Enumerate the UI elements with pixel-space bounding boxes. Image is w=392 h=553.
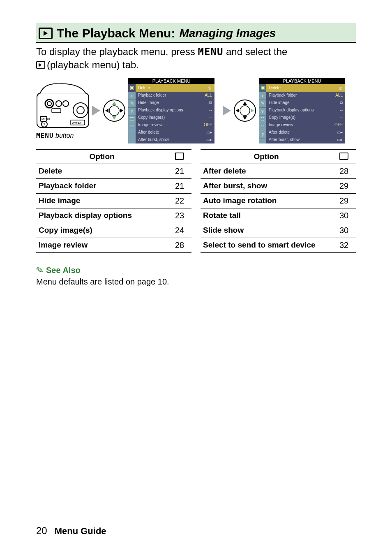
list-item: Image reviewOFF [136, 121, 214, 129]
table-row: Hide image22 [36, 193, 191, 208]
arrow-right-icon [92, 106, 100, 116]
page-number: 20 [36, 525, 47, 537]
list-item: Playback display options-- [136, 106, 214, 114]
svg-point-15 [109, 106, 119, 116]
table-row: After burst, show29 [201, 178, 356, 193]
section-title: Menu Guide [55, 526, 106, 537]
see-also-body: Menu defaults are listed on page 10. [36, 276, 356, 287]
svg-point-2 [77, 106, 84, 114]
svg-point-21 [240, 106, 250, 116]
list-item: Playback folderALL [266, 92, 345, 99]
table-row: Playback folder21 [36, 178, 191, 193]
tab-icon: • [259, 92, 266, 100]
screen-title: PLAYBACK MENU [259, 78, 345, 84]
list-item: Delete🗑 [136, 84, 214, 92]
menu-glyph: MENU [198, 46, 224, 58]
tab-icon: ▣ [128, 84, 136, 92]
intro-part2: and select the [223, 46, 287, 57]
screen-tabs: ▣ • ✎ Y ☷ ☷ [128, 84, 136, 143]
table-row: Delete21 [36, 164, 191, 178]
tab-icon: Y [259, 108, 266, 116]
list-item: After delete▭▸ [136, 129, 214, 136]
tab-icon: ▣ [259, 84, 266, 92]
list-item: After burst, show▭▸ [136, 136, 214, 143]
col-page [332, 149, 356, 164]
list-item: Image reviewOFF [266, 121, 345, 129]
table-row: Auto image rotation29 [201, 193, 356, 208]
table-row: Playback display options23 [36, 208, 191, 223]
tab-icon: ☷ [128, 123, 136, 131]
svg-point-5 [56, 101, 62, 106]
playback-icon [36, 61, 45, 69]
options-table-left: Option Delete21 Playback folder21 Hide i… [36, 149, 191, 253]
list-item: Delete🗑 [266, 84, 345, 92]
tab-icon: ? [259, 131, 266, 139]
col-option: Option [36, 149, 168, 164]
menu-button-label: MENU button [36, 132, 74, 139]
page-footer: 20 Menu Guide [36, 525, 106, 537]
tab-icon: ☷ [259, 123, 266, 131]
heading-bar: The Playback Menu: Managing Images [36, 23, 356, 43]
figure-strip: MENU ? Nikon MENU button [36, 78, 356, 143]
arrow-right-icon [223, 106, 231, 116]
table-row: Rotate tall30 [201, 208, 356, 223]
screen-title: PLAYBACK MENU [128, 78, 214, 84]
svg-text:MENU: MENU [42, 118, 50, 120]
camera-back-illustration: MENU ? Nikon [36, 81, 90, 131]
col-page [168, 149, 191, 164]
options-table-right: Option After delete28 After burst, show2… [201, 149, 356, 253]
tab-icon: • [128, 92, 136, 100]
list-item: Playback folderALL [136, 92, 214, 99]
book-icon [339, 153, 348, 159]
svg-rect-13 [52, 109, 61, 113]
table-row: Copy image(s)24 [36, 223, 191, 238]
svg-point-6 [63, 101, 69, 106]
menu-screenshot-b: PLAYBACK MENU ▣ • ✎ Y ☷ ☷ ? Delete🗑 Play… [259, 78, 345, 143]
book-icon [175, 153, 184, 159]
tab-icon: Y [128, 108, 136, 116]
col-option: Option [201, 149, 332, 164]
table-row: After delete28 [201, 164, 356, 178]
tab-icon: ✎ [259, 100, 266, 108]
see-also-block: ✎ See Also Menu defaults are listed on p… [36, 264, 356, 288]
list-item: Copy image(s)-- [266, 114, 345, 121]
heading-main: The Playback Menu: [57, 26, 175, 40]
screen-tabs: ▣ • ✎ Y ☷ ☷ ? [259, 84, 266, 143]
menu-screenshot-a: PLAYBACK MENU ▣ • ✎ Y ☷ ☷ Delete🗑 Playba… [128, 78, 214, 143]
svg-text:?: ? [43, 123, 45, 126]
tab-icon: ☷ [259, 116, 266, 123]
intro-part1: To display the playback menu, press [36, 46, 198, 57]
tab-icon: ✎ [128, 100, 136, 108]
list-item: After burst, show▭▸ [266, 136, 345, 143]
intro-part3: (playback menu) tab. [47, 59, 139, 70]
svg-text:Nikon: Nikon [72, 121, 81, 125]
svg-point-4 [47, 102, 51, 106]
table-row: Image review28 [36, 238, 191, 252]
list-item: Copy image(s)-- [136, 114, 214, 121]
list-item: Playback display options-- [266, 106, 345, 114]
intro-text: To display the playback menu, press MENU… [36, 45, 356, 72]
playback-icon [39, 28, 53, 39]
option-tables: Option Delete21 Playback folder21 Hide i… [36, 149, 356, 253]
pencil-icon: ✎ [35, 264, 45, 277]
list-item: Hide image⧉ [266, 99, 345, 106]
table-row: Slide show30 [201, 223, 356, 238]
dpad-illustration [233, 99, 256, 122]
tab-icon: ☷ [128, 116, 136, 123]
list-item: Hide image⧉ [136, 99, 214, 106]
table-row: Select to send to smart device32 [201, 238, 356, 252]
heading-sub: Managing Images [179, 27, 276, 40]
list-item: After delete▭▸ [266, 129, 345, 136]
see-also-heading: See Also [46, 265, 81, 276]
dpad-illustration [103, 99, 126, 122]
